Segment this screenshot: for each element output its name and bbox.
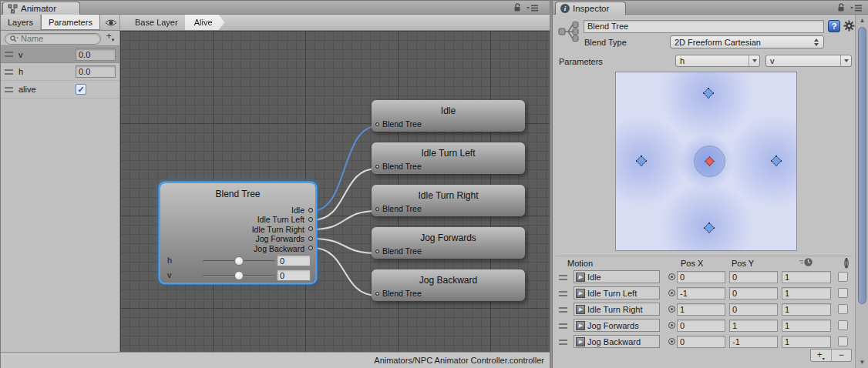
param-y-dropdown[interactable]: v (765, 55, 852, 67)
speed-field[interactable]: 1 (782, 319, 831, 332)
scroll-up-icon[interactable]: ▲ (856, 17, 868, 24)
object-picker-icon[interactable] (668, 338, 675, 345)
parameter-row-v[interactable]: v 0.0 (1, 45, 119, 63)
visibility-toggle[interactable] (100, 15, 122, 30)
tab-inspector[interactable]: i Inspector (555, 2, 626, 15)
pos-y-field[interactable]: 1 (729, 319, 778, 332)
speed-field[interactable]: 1 (782, 303, 831, 316)
pos-x-field[interactable]: 0 (677, 336, 725, 348)
speed-field[interactable]: 1 (782, 287, 831, 299)
tab-parameters[interactable]: Parameters (41, 15, 100, 30)
breadcrumb-base-layer[interactable]: Base Layer (121, 15, 190, 30)
blend-tree-node[interactable]: Blend Tree Idle Idle Turn Left Idle Turn… (160, 183, 315, 283)
mirror-checkbox[interactable] (838, 272, 848, 282)
state-machine-graph[interactable]: Blend Tree Idle Idle Turn Left Idle Turn… (120, 31, 550, 352)
lock-icon[interactable] (837, 3, 845, 12)
inspector-scrollbar[interactable]: ▲ ▼ (855, 15, 868, 368)
object-picker-icon[interactable] (668, 322, 675, 329)
motion-row-jog-backward[interactable]: ▶Jog Backward 0 -1 1 (556, 334, 852, 350)
tab-layers[interactable]: Layers (1, 15, 41, 30)
drag-handle-icon[interactable] (559, 323, 567, 329)
connection-jog-backward[interactable] (312, 248, 377, 296)
input-port[interactable] (375, 165, 379, 169)
connection-idle-turn-left[interactable] (312, 169, 377, 220)
connection-jog-forwards[interactable] (312, 239, 377, 253)
pos-y-field[interactable]: -1 (729, 336, 778, 348)
output-port[interactable] (308, 217, 313, 222)
mirror-checkbox[interactable] (838, 320, 848, 330)
parameter-checkbox[interactable]: ✓ (76, 84, 86, 95)
blend-point-jog-backward[interactable] (704, 222, 715, 233)
output-port[interactable] (308, 226, 313, 231)
drag-handle-icon[interactable] (5, 87, 13, 92)
motion-row-jog-forwards[interactable]: ▶Jog Forwards 0 1 1 (556, 318, 852, 333)
pos-y-field[interactable]: 0 (729, 287, 778, 299)
output-port[interactable] (308, 236, 313, 241)
motion-row-idle[interactable]: ▶Idle 0 0 1 (556, 269, 852, 285)
motion-field[interactable]: ▶Idle (574, 270, 660, 283)
parameter-value-field[interactable]: 0.0 (76, 65, 116, 78)
motion-field[interactable]: ▶Idle Turn Left (574, 286, 660, 299)
param-x-dropdown[interactable]: h (675, 55, 760, 67)
connection-idle-turn-right[interactable] (312, 211, 377, 229)
scrollbar-thumb[interactable] (858, 27, 866, 304)
lock-icon[interactable] (513, 3, 521, 12)
h-slider-value[interactable]: 0 (277, 255, 311, 266)
breadcrumb-alive[interactable]: Alive (185, 15, 225, 30)
drag-handle-icon[interactable] (559, 275, 567, 280)
add-parameter-button[interactable]: +▾ (104, 31, 116, 45)
speed-field[interactable]: 1 (782, 336, 831, 348)
motion-node-idle-turn-right[interactable]: Idle Turn Right Blend Tree (372, 185, 525, 216)
blend-point-idle-turn-right[interactable] (771, 156, 782, 166)
window-menu-icon[interactable] (850, 5, 863, 12)
mirror-checkbox[interactable] (838, 304, 848, 314)
motion-field[interactable]: ▶Jog Backward (574, 335, 660, 348)
h-slider[interactable] (203, 260, 274, 263)
blend-type-dropdown[interactable]: 2D Freeform Cartesian (670, 35, 824, 49)
input-port[interactable] (375, 249, 379, 253)
input-port[interactable] (375, 207, 379, 211)
slider-knob[interactable] (234, 256, 244, 266)
blend-point-jog-forwards[interactable] (703, 88, 714, 99)
drag-handle-icon[interactable] (559, 340, 567, 345)
motion-node-idle[interactable]: Idle Blend Tree (372, 100, 525, 132)
blend-point-idle-turn-left[interactable] (636, 156, 647, 166)
window-menu-icon[interactable] (527, 5, 539, 12)
drag-handle-icon[interactable] (5, 52, 13, 57)
input-port[interactable] (375, 292, 379, 296)
pos-x-field[interactable]: 0 (677, 271, 725, 283)
motion-row-idle-turn-right[interactable]: ▶Idle Turn Right 1 0 1 (556, 302, 852, 317)
connection-idle[interactable] (312, 126, 377, 211)
blend-space-2d[interactable] (615, 72, 797, 251)
drag-handle-icon[interactable] (559, 291, 567, 296)
drag-handle-icon[interactable] (5, 69, 13, 75)
pos-x-field[interactable]: 0 (677, 319, 725, 332)
v-slider[interactable] (203, 275, 274, 277)
blend-tree-name-field[interactable]: Blend Tree (584, 20, 824, 33)
remove-motion-button[interactable]: − (832, 350, 852, 361)
object-picker-icon[interactable] (668, 273, 675, 280)
help-icon[interactable]: ? (828, 20, 840, 32)
tab-animator[interactable]: Animator (2, 2, 80, 15)
pos-y-field[interactable]: 0 (729, 303, 778, 316)
v-slider-value[interactable]: 0 (277, 269, 311, 281)
motion-node-jog-forwards[interactable]: Jog Forwards Blend Tree (372, 227, 525, 259)
drag-handle-icon[interactable] (559, 307, 567, 313)
mirror-checkbox[interactable] (838, 336, 848, 346)
motion-row-idle-turn-left[interactable]: ▶Idle Turn Left -1 0 1 (556, 286, 852, 301)
motion-node-idle-turn-left[interactable]: Idle Turn Left Blend Tree (372, 142, 525, 174)
motion-node-jog-backward[interactable]: Jog Backward Blend Tree (372, 269, 525, 301)
mirror-checkbox[interactable] (838, 288, 848, 298)
slider-knob[interactable] (234, 271, 244, 280)
parameter-row-h[interactable]: h 0.0 (1, 63, 119, 81)
search-input[interactable]: Name (5, 33, 101, 45)
add-motion-button[interactable]: +▾ (811, 350, 832, 361)
parameter-row-alive[interactable]: alive ✓ (1, 81, 119, 99)
motion-field[interactable]: ▶Jog Forwards (574, 319, 660, 332)
scroll-down-icon[interactable]: ▼ (856, 359, 868, 366)
pos-x-field[interactable]: -1 (677, 287, 725, 299)
pos-x-field[interactable]: 1 (677, 303, 725, 316)
output-port[interactable] (308, 208, 313, 212)
output-port[interactable] (308, 246, 313, 250)
parameter-value-field[interactable]: 0.0 (76, 49, 116, 61)
